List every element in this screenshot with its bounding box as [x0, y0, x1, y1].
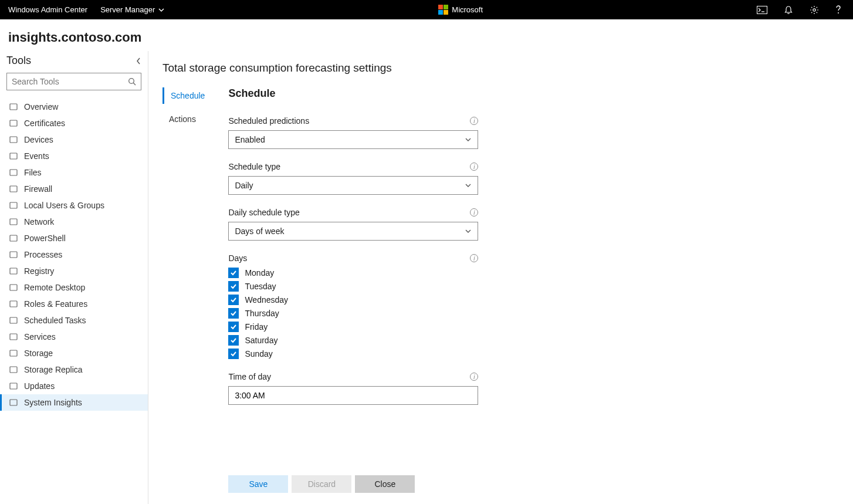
- svg-rect-20: [10, 334, 17, 340]
- close-button[interactable]: Close: [355, 475, 415, 493]
- time-of-day-input[interactable]: [228, 386, 478, 405]
- save-button[interactable]: Save: [228, 475, 288, 493]
- svg-rect-8: [10, 137, 17, 143]
- server-manager-label: Server Manager: [100, 5, 155, 14]
- day-checkbox-thursday[interactable]: [228, 308, 239, 319]
- day-row: Friday: [228, 322, 478, 332]
- tool-icon: [9, 201, 18, 209]
- scheduled-predictions-label: Scheduled predictions: [228, 116, 309, 126]
- tool-icon: [9, 119, 18, 127]
- tool-icon: [9, 152, 18, 160]
- sidebar-item-label: Network: [24, 217, 54, 226]
- sidebar-item-system-insights[interactable]: System Insights: [0, 394, 148, 411]
- tool-icon: [9, 103, 18, 111]
- tool-icon: [9, 333, 18, 341]
- sidebar-item-registry[interactable]: Registry: [0, 263, 148, 279]
- chevron-down-icon: [465, 228, 472, 235]
- sidebar-item-firewall[interactable]: Firewall: [0, 181, 148, 197]
- day-label: Tuesday: [245, 282, 276, 291]
- svg-rect-0: [757, 6, 767, 13]
- svg-rect-7: [10, 120, 17, 126]
- svg-point-2: [813, 8, 815, 11]
- sidebar-item-powershell[interactable]: PowerShell: [0, 230, 148, 246]
- sidebar-item-storage[interactable]: Storage: [0, 345, 148, 361]
- info-icon[interactable]: i: [470, 163, 478, 171]
- sidebar-item-label: Certificates: [24, 119, 65, 128]
- day-checkbox-monday[interactable]: [228, 268, 239, 278]
- sidebar-item-certificates[interactable]: Certificates: [0, 115, 148, 131]
- svg-rect-11: [10, 186, 17, 192]
- svg-rect-24: [10, 400, 17, 405]
- tab-actions[interactable]: Actions: [164, 111, 209, 127]
- console-icon[interactable]: [757, 6, 767, 14]
- daily-schedule-type-select[interactable]: Days of week: [228, 222, 478, 241]
- server-manager-dropdown[interactable]: Server Manager: [100, 5, 164, 14]
- microsoft-label: Microsoft: [452, 5, 483, 14]
- collapse-sidebar-icon[interactable]: [136, 57, 141, 65]
- svg-rect-14: [10, 235, 17, 241]
- sidebar-item-scheduled-tasks[interactable]: Scheduled Tasks: [0, 312, 148, 329]
- discard-button[interactable]: Discard: [292, 475, 351, 493]
- tool-icon: [9, 300, 18, 308]
- top-bar: Windows Admin Center Server Manager Micr…: [0, 0, 853, 19]
- sidebar-item-events[interactable]: Events: [0, 148, 148, 164]
- day-checkbox-wednesday[interactable]: [228, 295, 239, 305]
- sidebar-item-services[interactable]: Services: [0, 329, 148, 345]
- daily-schedule-type-value: Days of week: [235, 226, 284, 236]
- notifications-icon[interactable]: [784, 5, 793, 15]
- svg-rect-17: [10, 285, 17, 290]
- sidebar-item-overview[interactable]: Overview: [0, 99, 148, 115]
- tools-title: Tools: [6, 55, 31, 67]
- scheduled-predictions-select[interactable]: Enabled: [228, 130, 478, 149]
- svg-rect-21: [10, 350, 17, 356]
- svg-rect-16: [10, 268, 17, 274]
- schedule-type-select[interactable]: Daily: [228, 176, 478, 195]
- day-checkbox-saturday[interactable]: [228, 335, 239, 346]
- tool-icon: [9, 349, 18, 357]
- sidebar-item-updates[interactable]: Updates: [0, 378, 148, 394]
- day-checkbox-tuesday[interactable]: [228, 281, 239, 292]
- info-icon[interactable]: i: [470, 117, 478, 125]
- schedule-type-label: Schedule type: [228, 162, 280, 171]
- info-icon[interactable]: i: [470, 208, 478, 217]
- day-row: Wednesday: [228, 295, 478, 305]
- day-row: Sunday: [228, 349, 478, 359]
- svg-rect-19: [10, 317, 17, 323]
- tool-icon: [9, 185, 18, 193]
- sidebar-item-roles-features[interactable]: Roles & Features: [0, 296, 148, 312]
- tool-icon: [9, 267, 18, 275]
- svg-rect-12: [10, 202, 17, 208]
- day-checkbox-sunday[interactable]: [228, 349, 239, 359]
- chevron-down-icon: [465, 136, 472, 143]
- sidebar-item-local-users-groups[interactable]: Local Users & Groups: [0, 197, 148, 214]
- server-name: insights.contoso.com: [0, 19, 853, 51]
- scheduled-predictions-value: Enabled: [235, 135, 265, 144]
- sidebar-item-remote-desktop[interactable]: Remote Desktop: [0, 279, 148, 296]
- sidebar-item-devices[interactable]: Devices: [0, 131, 148, 148]
- settings-icon[interactable]: [810, 5, 819, 15]
- tool-icon: [9, 283, 18, 292]
- info-icon[interactable]: i: [470, 373, 478, 381]
- tools-search[interactable]: [6, 73, 141, 90]
- sidebar-item-storage-replica[interactable]: Storage Replica: [0, 361, 148, 378]
- sidebar-item-label: PowerShell: [24, 234, 66, 243]
- sidebar-item-network[interactable]: Network: [0, 214, 148, 230]
- help-icon[interactable]: [835, 5, 841, 15]
- sidebar-item-label: Registry: [24, 266, 54, 276]
- day-row: Thursday: [228, 308, 478, 319]
- tool-icon: [9, 366, 18, 374]
- tab-schedule[interactable]: Schedule: [163, 87, 209, 104]
- section-heading: Schedule: [228, 87, 478, 100]
- day-row: Saturday: [228, 335, 478, 346]
- sidebar-item-label: Overview: [24, 102, 58, 111]
- tools-search-input[interactable]: [12, 77, 128, 86]
- sidebar-item-processes[interactable]: Processes: [0, 246, 148, 263]
- sidebar-item-label: System Insights: [24, 398, 82, 407]
- day-label: Saturday: [245, 336, 277, 345]
- info-icon[interactable]: i: [470, 254, 478, 262]
- sidebar-item-files[interactable]: Files: [0, 164, 148, 181]
- brand-label: Windows Admin Center: [8, 5, 87, 14]
- day-checkbox-friday[interactable]: [228, 322, 239, 332]
- day-row: Tuesday: [228, 281, 478, 292]
- svg-rect-15: [10, 252, 17, 258]
